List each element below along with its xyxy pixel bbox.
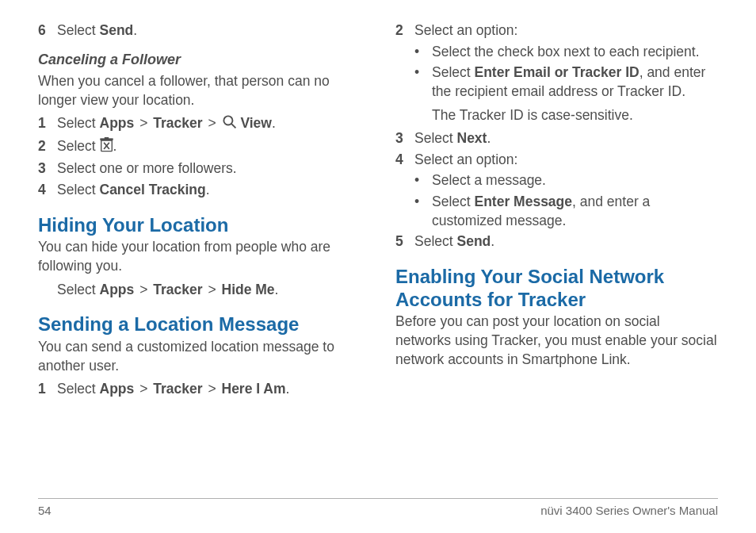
text: Select [414, 233, 457, 249]
breadcrumb-separator: > [208, 381, 216, 397]
step-text: Select Cancel Tracking. [57, 181, 361, 200]
step-text: Select Send. [414, 232, 718, 251]
sending-location-heading: Sending a Location Message [38, 313, 361, 336]
text: Select [432, 194, 475, 209]
send-step-2: 2 Select an option: [395, 21, 718, 40]
cancel-step-2: 2 Select . [38, 137, 361, 158]
option-text: Select Enter Message, and enter a custom… [432, 193, 718, 230]
text: Select [57, 182, 100, 197]
two-column-layout: 6 Select Send. Canceling a Follower When… [38, 19, 718, 477]
text: Select [57, 381, 100, 397]
bullet: • [414, 171, 432, 190]
step-number: 4 [395, 151, 414, 170]
step-number: 1 [38, 380, 57, 399]
option-text: Select a message. [432, 171, 718, 190]
bullet: • [414, 193, 432, 230]
step-number: 3 [38, 159, 57, 178]
bold-hide-me: Hide Me [222, 282, 275, 297]
trash-icon [100, 137, 113, 158]
text: . [272, 115, 276, 131]
bold-cancel-tracking: Cancel Tracking [100, 182, 206, 197]
social-network-heading: Enabling Your Social Network Accounts fo… [395, 266, 718, 312]
svg-point-0 [223, 117, 232, 125]
step-number: 2 [38, 137, 57, 158]
breadcrumb-separator: > [139, 282, 147, 297]
breadcrumb-separator: > [208, 115, 216, 131]
option-enter-message: • Select Enter Message, and enter a cust… [414, 193, 718, 230]
step-number: 6 [38, 21, 57, 40]
tracker-id-note: The Tracker ID is case-sensitive. [432, 106, 718, 125]
text: . [206, 182, 210, 197]
send-step-4: 4 Select an option: [395, 151, 718, 170]
text: . [275, 282, 279, 297]
send-step-1: 1 Select Apps > Tracker > Here I Am. [38, 380, 361, 399]
step-text: Select an option: [414, 21, 718, 40]
step-number: 4 [38, 181, 57, 200]
step-text: Select Apps > Tracker > Here I Am. [57, 380, 361, 399]
text: Select [414, 130, 457, 146]
bold-next: Next [457, 130, 487, 146]
page-footer: 54 nüvi 3400 Series Owner's Manual [38, 498, 718, 517]
step-text: Select Next. [414, 129, 718, 148]
manual-title: nüvi 3400 Series Owner's Manual [540, 504, 718, 517]
canceling-follower-heading: Canceling a Follower [38, 50, 361, 69]
bold-tracker: Tracker [153, 115, 202, 131]
text: Select [57, 138, 100, 154]
step-number: 2 [395, 21, 414, 40]
right-column: 2 Select an option: • Select the check b… [395, 19, 718, 477]
sending-location-intro: You can send a customized location messa… [38, 338, 361, 375]
step-text: Select . [57, 137, 361, 158]
text: Select [432, 64, 475, 80]
option-text: Select the check box next to each recipi… [432, 43, 718, 62]
text: Select [57, 22, 100, 38]
bold-apps: Apps [100, 115, 135, 131]
bold-view-label: View [240, 115, 272, 131]
canceling-follower-intro: When you cancel a follower, that person … [38, 72, 361, 109]
hiding-location-intro: You can hide your location from people w… [38, 238, 361, 275]
bold-apps: Apps [100, 282, 135, 297]
send-step-3: 3 Select Next. [395, 129, 718, 148]
text: . [491, 233, 494, 249]
social-network-intro: Before you can post your location on soc… [395, 313, 718, 369]
breadcrumb-separator: > [139, 115, 147, 131]
magnifier-icon [222, 114, 237, 135]
step-text: Select an option: [414, 151, 718, 170]
bold-enter-message: Enter Message [475, 194, 573, 209]
manual-page: 6 Select Send. Canceling a Follower When… [0, 0, 756, 533]
hide-step: Select Apps > Tracker > Hide Me. [57, 281, 361, 300]
step-6: 6 Select Send. [38, 21, 361, 40]
breadcrumb-separator: > [208, 282, 216, 297]
step-text: Select one or more followers. [57, 159, 361, 178]
bold-apps: Apps [100, 381, 135, 397]
step-text: Select Apps > Tracker > View. [57, 114, 361, 135]
bold-enter-email: Enter Email or Tracker ID [475, 64, 640, 80]
svg-rect-4 [104, 137, 108, 139]
bullet: • [414, 43, 432, 62]
option-checkbox: • Select the check box next to each reci… [414, 43, 718, 62]
left-column: 6 Select Send. Canceling a Follower When… [38, 19, 361, 477]
step-text: Select Send. [57, 21, 361, 40]
bold-send: Send [100, 22, 134, 38]
option-text: Select Enter Email or Tracker ID, and en… [432, 63, 718, 101]
breadcrumb-separator: > [139, 381, 147, 397]
step-number: 1 [38, 114, 57, 135]
text: . [487, 130, 491, 146]
text: . [113, 138, 117, 154]
bold-send: Send [457, 233, 491, 249]
bold-here-i-am: Here I Am [222, 381, 286, 397]
text: Select [57, 115, 100, 131]
bullet: • [414, 63, 432, 101]
cancel-step-1: 1 Select Apps > Tracker > View. [38, 114, 361, 135]
text: Select [57, 282, 100, 297]
step-number: 5 [395, 232, 414, 251]
bold-tracker: Tracker [153, 381, 202, 397]
option-enter-email: • Select Enter Email or Tracker ID, and … [414, 63, 718, 101]
step-number: 3 [395, 129, 414, 148]
page-number: 54 [38, 504, 52, 517]
cancel-step-3: 3 Select one or more followers. [38, 159, 361, 178]
text: . [133, 22, 137, 38]
hiding-location-heading: Hiding Your Location [38, 214, 361, 237]
svg-line-1 [231, 124, 235, 128]
bold-tracker: Tracker [153, 282, 202, 297]
option-select-message: • Select a message. [414, 171, 718, 190]
